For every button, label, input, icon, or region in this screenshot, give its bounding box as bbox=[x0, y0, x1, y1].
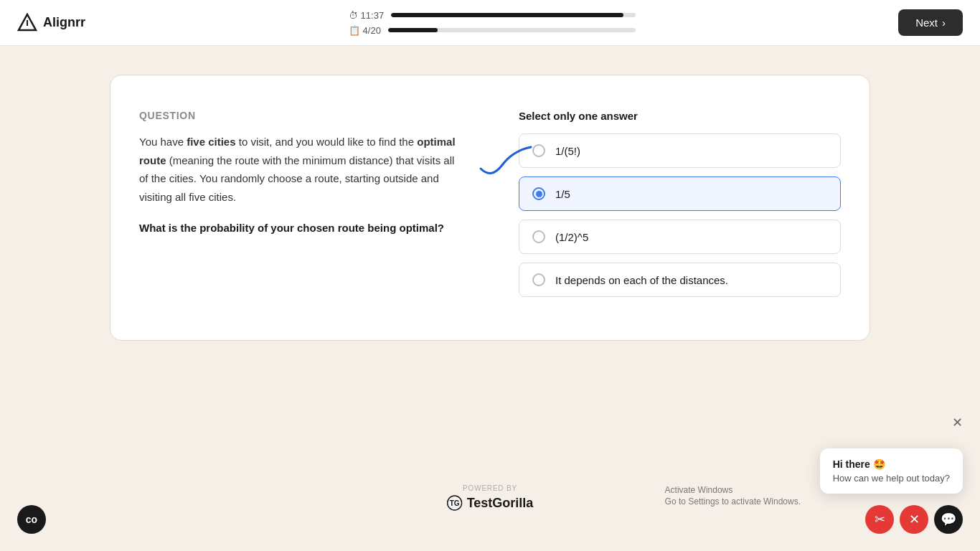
question-label: 📋 4/20 bbox=[349, 25, 381, 36]
question-body-text: You have five cities to visit, and you w… bbox=[139, 133, 461, 206]
question-icon: 📋 bbox=[349, 25, 360, 36]
footer-brand-name: TestGorilla bbox=[467, 496, 534, 511]
question-progress-fill bbox=[388, 28, 438, 32]
chat-icons-row: ✂ ✕ 💬 bbox=[865, 505, 963, 534]
chat-x-button[interactable]: ✕ bbox=[900, 505, 928, 534]
chat-close-button[interactable]: ✕ bbox=[952, 415, 963, 430]
question-section: Question You have five cities to visit, … bbox=[139, 110, 461, 306]
chat-message-button[interactable]: 💬 bbox=[934, 505, 963, 534]
answers-section: Select only one answer 1/(5!) 1/5 (1/2)^… bbox=[519, 110, 841, 306]
footer-powered-by: POWERED BY bbox=[447, 484, 534, 492]
time-progress-fill bbox=[391, 13, 623, 17]
chevron-right-icon: › bbox=[942, 17, 946, 29]
radio-b-inner bbox=[536, 191, 542, 197]
time-progress-bar bbox=[391, 13, 635, 17]
answer-text-c: (1/2)^5 bbox=[555, 231, 588, 243]
footer: POWERED BY TG TestGorilla bbox=[435, 473, 545, 522]
radio-c bbox=[532, 230, 545, 243]
header-center: ⏱ 11:37 📋 4/20 bbox=[349, 10, 636, 36]
chat-bubble-text: How can we help out today? bbox=[833, 473, 950, 484]
radio-a bbox=[532, 144, 545, 157]
answer-option-d[interactable]: It depends on each of the distances. bbox=[519, 263, 841, 297]
timer-label: ⏱ 11:37 bbox=[349, 10, 385, 21]
chat-bubble-title: Hi there 🤩 bbox=[833, 458, 950, 470]
answer-text-d: It depends on each of the distances. bbox=[555, 274, 728, 286]
answer-text-b: 1/5 bbox=[555, 188, 570, 200]
footer-logo: TG TestGorilla bbox=[447, 495, 534, 511]
logo-icon bbox=[17, 13, 37, 33]
main-content: Question You have five cities to visit, … bbox=[0, 46, 980, 369]
testgorilla-icon: TG bbox=[447, 495, 463, 511]
chat-bubble: Hi there 🤩 How can we help out today? bbox=[820, 448, 963, 494]
question-progress-bar bbox=[388, 28, 636, 32]
question-label-heading: Question bbox=[139, 110, 461, 121]
logo-area: Alignrr bbox=[17, 13, 85, 33]
logo-text: Alignrr bbox=[43, 15, 85, 30]
radio-b bbox=[532, 187, 545, 200]
question-row: 📋 4/20 bbox=[349, 25, 636, 36]
chat-scissors-button[interactable]: ✂ bbox=[865, 505, 894, 534]
header: Alignrr ⏱ 11:37 📋 4/20 Next › bbox=[0, 0, 980, 46]
timer-row: ⏱ 11:37 bbox=[349, 10, 636, 21]
answers-label: Select only one answer bbox=[519, 110, 841, 122]
timer-icon: ⏱ bbox=[349, 10, 358, 21]
question-card: Question You have five cities to visit, … bbox=[110, 75, 870, 341]
answer-option-b[interactable]: 1/5 bbox=[519, 176, 841, 211]
chat-widget: ✕ Hi there 🤩 How can we help out today? … bbox=[820, 448, 963, 534]
answer-option-a[interactable]: 1/(5!) bbox=[519, 133, 841, 168]
next-button[interactable]: Next › bbox=[898, 9, 963, 36]
svg-text:TG: TG bbox=[450, 499, 460, 507]
answer-option-c[interactable]: (1/2)^5 bbox=[519, 220, 841, 254]
question-sub-text: What is the probability of your chosen r… bbox=[139, 220, 461, 237]
bottom-left-icon[interactable]: co bbox=[17, 505, 46, 534]
radio-d bbox=[532, 273, 545, 286]
answer-text-a: 1/(5!) bbox=[555, 145, 580, 157]
windows-watermark: Activate Windows Go to Settings to activ… bbox=[665, 485, 801, 508]
